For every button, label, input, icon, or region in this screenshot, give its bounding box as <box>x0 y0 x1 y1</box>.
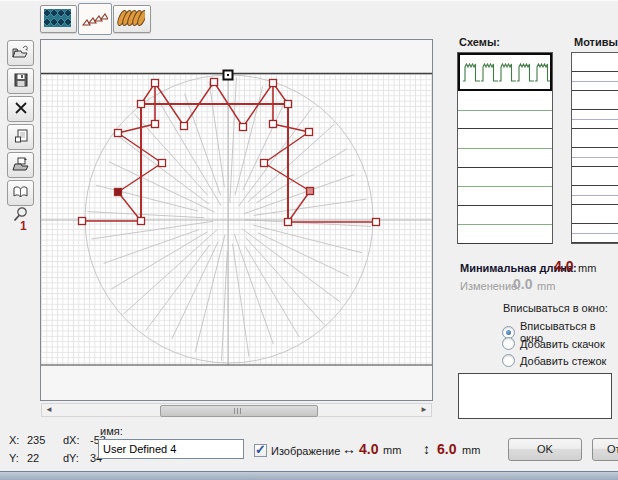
scheme-item[interactable] <box>458 206 552 244</box>
tab-coil-pattern[interactable] <box>113 5 151 33</box>
scheme-item[interactable] <box>458 129 552 167</box>
motif-row[interactable] <box>572 129 618 148</box>
save-floppy-icon <box>13 72 29 88</box>
scrollbar-thumb[interactable] <box>160 405 318 417</box>
height-arrow-icon: ↕ <box>423 441 430 457</box>
height-unit: mm <box>462 444 480 456</box>
open-folder-icon <box>12 44 29 60</box>
dy-label: dY: <box>63 449 90 467</box>
motif-row[interactable] <box>572 224 618 243</box>
zoom-level-value: 1 <box>20 219 27 233</box>
diamond-pattern-icon <box>44 9 71 27</box>
import-button[interactable] <box>7 152 34 178</box>
motif-row[interactable] <box>572 53 618 72</box>
scrollbar-grip <box>234 408 243 414</box>
book-icon <box>12 184 29 200</box>
scheme-item-selected[interactable] <box>458 53 552 91</box>
change-label: Изменение: <box>460 280 520 292</box>
radio-add-stitch-label: Добавить стежок <box>520 355 606 367</box>
min-length-value: 4.0 <box>554 258 573 274</box>
scroll-left-arrow-icon[interactable]: ◄ <box>42 404 56 416</box>
motifs-label: Мотивы: <box>574 36 618 48</box>
image-checkbox-label: Изображение <box>271 445 340 457</box>
change-value: 0.0 <box>513 276 532 292</box>
stitch-pattern-editor-window: 1 ◄ ► Схемы: Мотивы: Минимальная длина: … <box>0 0 618 480</box>
delete-x-icon <box>13 100 29 116</box>
motif-row[interactable] <box>572 205 618 224</box>
import-folder-icon <box>12 156 29 172</box>
y-label: Y: <box>9 449 27 467</box>
info-box <box>458 373 612 419</box>
motif-row[interactable] <box>572 186 618 205</box>
delete-button[interactable] <box>7 96 34 122</box>
name-label: имя: <box>100 425 123 437</box>
scheme-zigzag-preview <box>460 55 550 89</box>
coordinate-readout: X: 235 dX: -53 Y: 22 dY: 34 <box>9 431 106 467</box>
x-value: 235 <box>27 431 63 449</box>
open-button[interactable] <box>7 40 34 66</box>
scheme-item[interactable] <box>458 91 552 129</box>
motifs-list[interactable] <box>571 52 618 244</box>
tab-triangle-pattern[interactable] <box>78 3 112 35</box>
triangle-pattern-icon <box>82 9 108 27</box>
dx-label: dX: <box>63 431 90 449</box>
change-unit: mm <box>537 280 555 292</box>
scheme-item[interactable] <box>458 168 552 206</box>
tab-diamond-pattern[interactable] <box>40 5 77 33</box>
radio-add-jump[interactable]: Добавить скачок <box>502 337 605 350</box>
name-input[interactable] <box>98 439 244 459</box>
schemes-list[interactable] <box>457 52 553 244</box>
radio-add-stitch[interactable]: Добавить стежок <box>502 354 606 367</box>
fit-options-header: Вписываться в окно: <box>503 302 608 314</box>
coil-pattern-icon <box>117 9 145 27</box>
width-value: 4.0 <box>359 441 378 457</box>
motif-row[interactable] <box>572 91 618 110</box>
width-unit: mm <box>383 444 401 456</box>
duplicate-page-icon <box>13 128 29 144</box>
stitch-canvas[interactable] <box>40 39 433 401</box>
motif-row[interactable] <box>572 167 618 186</box>
canvas-hscrollbar[interactable]: ◄ ► <box>41 403 432 417</box>
stitch-pattern-drawing <box>41 40 432 400</box>
window-frame-bottom <box>0 471 618 480</box>
catalog-button[interactable] <box>7 180 34 206</box>
duplicate-button[interactable] <box>7 124 34 150</box>
motif-row[interactable] <box>572 110 618 129</box>
schemes-label: Схемы: <box>459 36 500 48</box>
radio-icon[interactable] <box>502 354 515 367</box>
save-button[interactable] <box>7 68 34 94</box>
radio-icon[interactable] <box>502 337 515 350</box>
motif-row[interactable] <box>572 148 618 167</box>
width-arrow-icon: ↔ <box>342 441 356 457</box>
image-checkbox-row[interactable]: Изображение <box>254 444 340 457</box>
image-checkbox[interactable] <box>254 444 267 457</box>
cancel-button[interactable]: Отмена <box>592 438 618 461</box>
y-value: 22 <box>27 449 63 467</box>
scroll-right-arrow-icon[interactable]: ► <box>417 404 431 416</box>
motif-row[interactable] <box>572 72 618 91</box>
x-label: X: <box>9 431 27 449</box>
ok-button[interactable]: OK <box>508 438 582 461</box>
height-value: 6.0 <box>437 441 456 457</box>
radio-add-jump-label: Добавить скачок <box>520 338 605 350</box>
min-length-unit: mm <box>578 262 596 274</box>
